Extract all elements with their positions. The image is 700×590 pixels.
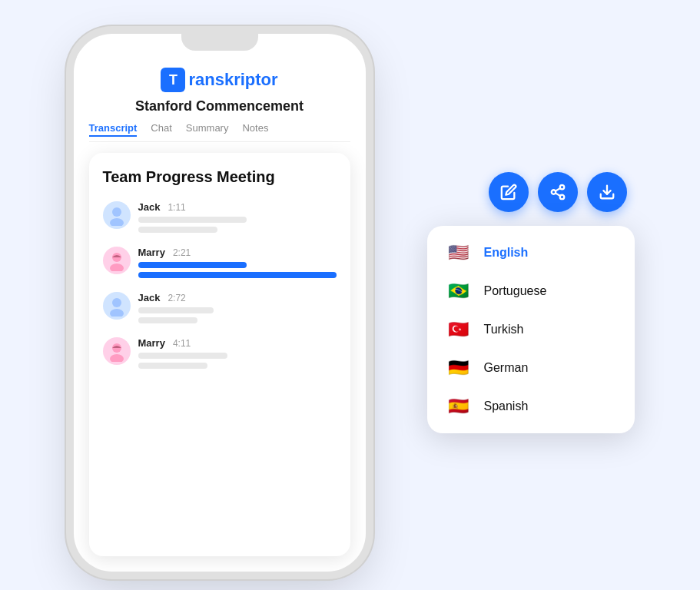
action-buttons (489, 172, 627, 212)
item-name-jack-1: Jack (138, 201, 161, 213)
text-bar (138, 307, 214, 313)
item-header-marry-2: Marry 4:11 (138, 337, 337, 349)
download-button[interactable] (587, 172, 627, 212)
lang-name-portuguese: Portuguese (484, 284, 547, 298)
phone-notch (181, 34, 258, 51)
item-content-marry-2: Marry 4:11 (138, 337, 337, 369)
phone-content: T ranskriptor Stanford Commencement Tran… (74, 57, 366, 572)
svg-point-5 (110, 309, 124, 317)
tab-summary[interactable]: Summary (186, 122, 229, 137)
app-logo: T ranskriptor (89, 68, 350, 92)
text-bar-blue-full (138, 272, 337, 278)
svg-point-0 (112, 207, 121, 217)
item-time-jack-1: 1:11 (168, 202, 185, 213)
item-header-marry-1: Marry 2:21 (138, 247, 337, 258)
app-title: Stanford Commencement (89, 98, 350, 114)
lang-item-german[interactable]: 🇩🇪 German (427, 349, 635, 387)
language-dropdown: 🇺🇸 English 🇧🇷 Portuguese 🇹🇷 Turkish 🇩🇪 G… (427, 226, 635, 433)
item-header-jack-1: Jack 1:11 (138, 201, 337, 213)
svg-point-7 (110, 354, 124, 362)
lang-item-english[interactable]: 🇺🇸 English (427, 234, 635, 272)
text-bar (138, 363, 207, 369)
lang-name-turkish: Turkish (484, 323, 524, 336)
text-bar (138, 227, 217, 233)
logo-letter: T (169, 72, 177, 88)
item-time-jack-2: 2:72 (168, 293, 185, 303)
transcript-item-marry-2: Marry 4:11 (103, 337, 337, 369)
lang-name-english: English (484, 246, 529, 260)
logo-text: ranskriptor (188, 70, 277, 90)
lang-item-turkish[interactable]: 🇹🇷 Turkish (427, 310, 635, 349)
transcript-item: Jack 1:11 (103, 201, 337, 233)
flag-portuguese: 🇧🇷 (444, 281, 473, 301)
lang-name-spanish: Spanish (484, 399, 529, 413)
phone-top-bar (74, 51, 366, 57)
item-content-jack-1: Jack 1:11 (138, 201, 337, 233)
item-content-jack-2: Jack 2:72 (138, 292, 337, 323)
flag-german: 🇩🇪 (444, 358, 473, 378)
transcript-item-marry-1: Marry 2:21 (103, 247, 337, 278)
svg-line-11 (555, 193, 559, 196)
avatar-marry-2 (103, 337, 131, 365)
transcript-card: Team Progress Meeting Jack 1:11 (89, 153, 350, 556)
svg-point-1 (110, 218, 124, 226)
item-header-jack-2: Jack 2:72 (138, 292, 337, 303)
flag-turkish: 🇹🇷 (444, 320, 473, 340)
scene: T ranskriptor Stanford Commencement Tran… (51, 18, 650, 572)
avatar-jack-2 (103, 292, 131, 320)
item-name-marry-2: Marry (138, 337, 165, 349)
svg-line-12 (555, 188, 559, 191)
item-name-jack-2: Jack (138, 292, 161, 303)
text-bar (138, 353, 227, 359)
tab-transcript[interactable]: Transcript (89, 122, 138, 137)
svg-point-4 (112, 298, 121, 307)
lang-item-portuguese[interactable]: 🇧🇷 Portuguese (427, 272, 635, 310)
logo-icon: T (161, 68, 185, 92)
lang-name-german: German (484, 361, 529, 375)
item-time-marry-1: 2:21 (173, 247, 191, 258)
item-time-marry-2: 4:11 (173, 338, 191, 349)
svg-point-3 (110, 264, 124, 271)
text-bar-blue (138, 262, 247, 268)
flag-spanish: 🇪🇸 (444, 396, 473, 416)
item-content-marry-1: Marry 2:21 (138, 247, 337, 278)
tab-notes[interactable]: Notes (242, 122, 268, 137)
flag-english: 🇺🇸 (444, 243, 473, 263)
phone: T ranskriptor Stanford Commencement Tran… (74, 34, 366, 572)
tab-chat[interactable]: Chat (151, 122, 171, 137)
share-button[interactable] (538, 172, 578, 212)
meeting-title: Team Progress Meeting (103, 168, 337, 186)
lang-item-spanish[interactable]: 🇪🇸 Spanish (427, 387, 635, 426)
text-bar (138, 317, 197, 323)
item-name-marry-1: Marry (138, 247, 165, 258)
edit-button[interactable] (489, 172, 529, 212)
transcript-item-jack-2: Jack 2:72 (103, 292, 337, 323)
avatar-marry-1 (103, 247, 131, 274)
text-bar (138, 217, 247, 223)
tabs: Transcript Chat Summary Notes (89, 122, 350, 142)
avatar-jack-1 (103, 201, 131, 229)
